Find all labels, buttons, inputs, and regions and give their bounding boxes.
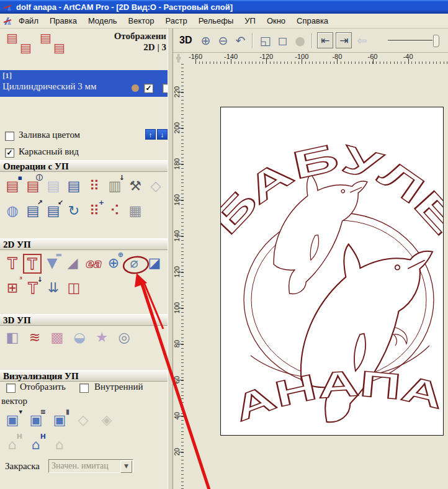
machine-tools-icon[interactable]: ⚒	[125, 175, 145, 197]
menu-window[interactable]: Окно	[262, 15, 290, 27]
toolpath-name: Циллиндрический 3 мм	[2, 81, 97, 92]
menu-edit[interactable]: Правка	[45, 15, 82, 27]
save-toolpath-as-icon[interactable]: ▤↗	[23, 200, 43, 222]
drawing-viewport: БАБУЛЕ АНАПА	[184, 64, 448, 489]
simulate-all-toolpaths-icon[interactable]: ▣≡	[26, 409, 46, 431]
ruler-label: 200	[173, 120, 181, 136]
wireframe-checkbox[interactable]: ✓	[5, 148, 14, 158]
section-toolpath-operations[interactable]: Операции с УП	[0, 160, 168, 172]
toolpath-visible-checkbox[interactable]: ✓	[144, 84, 153, 93]
toolpaths-stack-icon: ▤	[6, 32, 18, 43]
toolpath-simulation-icon[interactable]: ◎	[114, 326, 134, 349]
view-scale-slider[interactable]	[388, 34, 440, 47]
menu-toolpaths[interactable]: УП	[240, 15, 261, 27]
raster-block-icon[interactable]: ▩	[47, 326, 67, 349]
engraving-text-icon[interactable]: ea	[83, 252, 103, 274]
document-logo-icon[interactable]	[2, 16, 12, 26]
edit-toolpath-icon[interactable]: ▤	[64, 175, 84, 197]
move-down-button[interactable]: ↓	[157, 129, 168, 140]
dropdown-arrow-icon[interactable]: ▼	[120, 460, 132, 473]
menu-bitmap[interactable]: Растр	[161, 15, 192, 27]
section-3d-toolpaths[interactable]: 3D УП	[0, 314, 168, 326]
menu-bar: Файл Правка Модель Вектор Растр Рельефы …	[0, 14, 448, 29]
load-toolpath-icon[interactable]: ▤↙	[43, 200, 63, 222]
wireframe-label: Каркасный вид	[19, 146, 79, 157]
profile-toolpath-icon[interactable]: T	[2, 252, 22, 274]
panel-title: Отображени	[114, 31, 166, 42]
toolpath-list-item[interactable]: [1] Циллиндрический 3 мм ✓	[0, 70, 173, 97]
ruler-label: 120	[173, 264, 181, 280]
section-2d-toolpaths[interactable]: 2D УП	[0, 238, 168, 250]
zoom-out-icon[interactable]: ⊖	[215, 33, 230, 48]
fill-color-checkbox[interactable]	[5, 132, 14, 141]
ruler-label: 20	[173, 444, 181, 460]
import-vector-icon[interactable]: ⇤	[317, 32, 333, 48]
ruler-label: -160	[189, 53, 202, 60]
ruler-label: 80	[173, 336, 181, 352]
slider-handle[interactable]	[433, 35, 439, 47]
copy-toolpath-icon[interactable]: ⠿+	[84, 200, 104, 222]
feature-machining-icon[interactable]: ◒	[69, 326, 89, 349]
transform-toolpath-icon[interactable]: ⠿	[84, 175, 104, 197]
menu-vector[interactable]: Вектор	[123, 15, 159, 27]
inner-vector-label: Внутренний	[94, 382, 143, 392]
toolpaths-stack-icon: ▤	[53, 42, 65, 53]
artcam-logo-icon	[2, 2, 12, 12]
save-block-as-icon[interactable]: ⌂H	[26, 434, 46, 456]
zoom-window-icon[interactable]: ◱	[258, 33, 272, 48]
simulate-block-icon[interactable]: ▣▮	[50, 409, 69, 431]
move-up-button[interactable]: ↑	[145, 129, 156, 140]
area-clearance-toolpath-icon[interactable]: T	[23, 254, 42, 274]
z-level-roughing-icon[interactable]: ◧	[2, 326, 22, 349]
ruler-label: -140	[224, 53, 238, 60]
section-toolpath-simulation[interactable]: Визуализация УП	[0, 370, 168, 382]
v-bit-carving-icon[interactable]: ▼▬	[42, 252, 62, 274]
zoom-previous-icon[interactable]: ↶	[233, 33, 248, 48]
machine-star-feature-icon[interactable]: ★	[92, 326, 112, 349]
drill-centres-icon[interactable]: ⊕⊕	[104, 252, 123, 274]
save-toolpath-icon[interactable]: ▤▪	[2, 175, 22, 197]
zoom-in-icon[interactable]: ⊕	[198, 33, 213, 48]
toolpath-templates-icon[interactable]: ▦	[125, 200, 145, 222]
toolpath-template-icon[interactable]: ▤	[43, 175, 63, 197]
inlay-toolpath-icon[interactable]: ◪	[145, 252, 164, 274]
ruler-label: 60	[173, 372, 181, 388]
shading-select[interactable]: Значен. имитац ▼	[48, 459, 133, 473]
menu-reliefs[interactable]: Рельефы	[194, 15, 239, 27]
raster-vector-icon[interactable]: ◫	[64, 277, 84, 299]
transform-rotate-toolpath-icon[interactable]: ↻	[64, 200, 84, 222]
drill-bank-icon[interactable]: ⇊	[43, 277, 63, 299]
title-bar: dolf anapa - ArtCAM Pro - [2D Вид:O - Ра…	[0, 0, 448, 14]
delete-block-icon: ◇	[73, 409, 93, 431]
vertical-ruler: 22020018016014012010080604020	[173, 64, 184, 489]
export-block-icon: ⌂	[50, 434, 69, 456]
zoom-fit-icon[interactable]: ◻	[275, 33, 290, 48]
toolpath-list-icon[interactable]: ▥↓	[105, 175, 125, 197]
view-switch-2d-3d[interactable]: 2D | 3	[143, 42, 166, 53]
bevelled-carving-icon[interactable]: ◢	[63, 252, 83, 274]
ruler-label: -60	[368, 53, 378, 60]
simulate-toolpath-icon[interactable]: ▣▾	[2, 409, 22, 431]
view-3d-button[interactable]: 3D	[177, 34, 194, 47]
zoom-selection-icon: ⇦	[354, 33, 369, 48]
menu-help[interactable]: Справка	[292, 15, 333, 27]
male-female-inlay-icon[interactable]: T↓	[23, 277, 43, 299]
machining-order-icon[interactable]: ⊞³	[2, 277, 22, 299]
ruler-corner-grid-icon: ╬	[173, 53, 184, 64]
menu-model[interactable]: Модель	[83, 15, 122, 27]
drilling-toolpath-icon[interactable]: ⌀	[124, 252, 144, 274]
tool-database-icon[interactable]: ◍	[2, 200, 22, 222]
menu-file[interactable]: Файл	[14, 15, 43, 27]
horizontal-ruler: -160-140-120-100-80-60-40	[184, 53, 448, 65]
show-simulation-checkbox[interactable]	[6, 384, 16, 393]
inner-vector-checkbox[interactable]	[79, 384, 89, 393]
ruler-label: -120	[259, 53, 273, 60]
toolpath-color-swatch[interactable]	[132, 84, 139, 92]
ruler-label: 180	[173, 156, 181, 172]
machine-relief-icon[interactable]: ≋	[25, 326, 45, 349]
nest-toolpath-icon[interactable]: ⠪	[105, 200, 125, 222]
material-block-icon[interactable]: ◇	[146, 175, 166, 197]
toolpath-summary-icon[interactable]: ▤ⓘ	[23, 175, 43, 197]
export-vector-icon[interactable]: ⇥	[336, 32, 352, 48]
panel-splitter[interactable]	[168, 29, 173, 489]
